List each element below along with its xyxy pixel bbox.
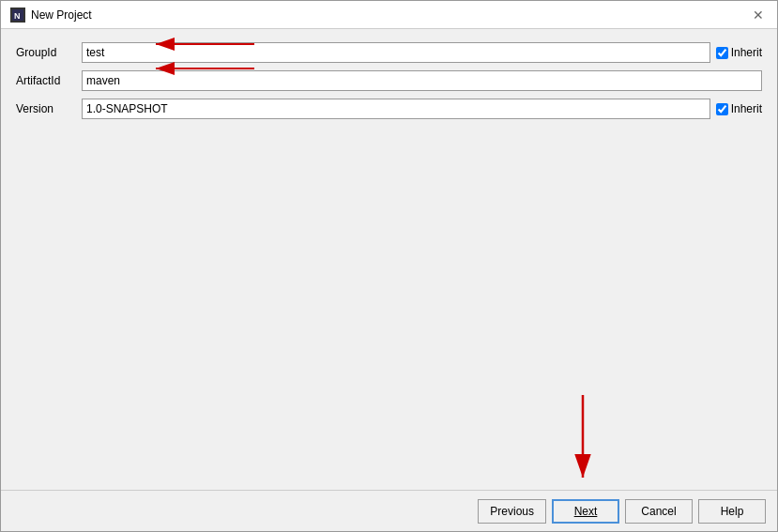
version-input-wrap: Inherit [82, 99, 762, 119]
title-bar: N New Project ✕ [1, 1, 777, 29]
artifact-id-label: ArtifactId [16, 74, 82, 87]
group-id-inherit: Inherit [716, 46, 762, 59]
version-inherit-checkbox[interactable] [716, 103, 728, 115]
help-label: Help [721, 505, 744, 518]
close-button[interactable]: ✕ [749, 8, 768, 22]
group-id-inherit-label: Inherit [731, 46, 762, 59]
artifact-id-input-wrap [82, 70, 762, 91]
group-id-label: GroupId [16, 46, 82, 59]
title-bar-left: N New Project [10, 8, 92, 23]
dialog-footer: Previous Next Cancel Help [1, 490, 777, 531]
cancel-label: Cancel [641, 505, 676, 518]
next-button[interactable]: Next [552, 499, 619, 524]
dialog-icon: N [10, 8, 25, 23]
artifact-id-row: ArtifactId [16, 68, 762, 93]
next-label: Next [574, 505, 598, 518]
group-id-input-wrap: Inherit [82, 42, 762, 63]
version-label: Version [16, 102, 82, 115]
previous-button[interactable]: Previous [478, 499, 546, 524]
help-button[interactable]: Help [698, 499, 766, 524]
artifact-id-input[interactable] [82, 70, 762, 91]
svg-text:N: N [14, 11, 21, 21]
version-inherit-label: Inherit [731, 102, 762, 115]
version-row: Version Inherit [16, 97, 762, 121]
dialog-title: New Project [31, 8, 92, 22]
dialog-content: GroupId Inherit ArtifactId Version [1, 29, 777, 490]
previous-label: Previous [490, 505, 534, 518]
version-inherit: Inherit [716, 102, 762, 115]
cancel-button[interactable]: Cancel [625, 499, 693, 524]
new-project-dialog: N New Project ✕ GroupId Inherit [0, 0, 778, 532]
group-id-row: GroupId Inherit [16, 40, 762, 65]
group-id-input[interactable] [82, 42, 710, 63]
form-area: GroupId Inherit ArtifactId Version [16, 40, 762, 121]
group-id-inherit-checkbox[interactable] [716, 47, 728, 59]
version-input[interactable] [82, 99, 710, 119]
